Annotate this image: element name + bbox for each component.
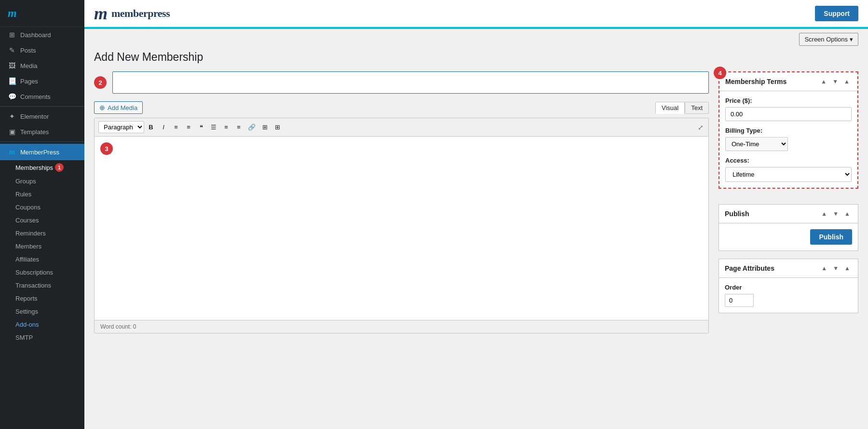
page-attrs-collapse-up-button[interactable]: ▲ — [819, 264, 829, 273]
sidebar-item-posts[interactable]: ✎ Posts — [0, 42, 84, 58]
publish-panel-close-button[interactable]: ▲ — [842, 209, 852, 218]
membership-terms-header: Membership Terms ▲ ▼ ▲ — [719, 72, 857, 91]
tab-visual[interactable]: Visual — [655, 102, 685, 114]
templates-icon: ▣ — [8, 128, 16, 136]
align-left-button[interactable]: ☰ — [208, 122, 219, 133]
editor-layout: 2 ⊕ Add Media Visual Text — [94, 71, 858, 333]
screen-options-button[interactable]: Screen Options ▾ — [799, 33, 858, 46]
chevron-down-icon: ▾ — [850, 36, 853, 43]
page-attributes-body: Order — [719, 278, 858, 313]
media-icon: 🖼 — [8, 62, 16, 69]
sidebar-item-courses[interactable]: Courses — [0, 214, 84, 227]
page-attrs-collapse-down-button[interactable]: ▼ — [831, 264, 841, 273]
page-attrs-close-button[interactable]: ▲ — [842, 264, 852, 273]
blockquote-button[interactable]: ❝ — [195, 122, 207, 133]
format-bar: Paragraph B I ≡ ≡ ❝ ☰ ≡ ≡ 🔗 ⊞ — [95, 118, 708, 137]
sidebar-item-reminders[interactable]: Reminders — [0, 227, 84, 240]
membership-terms-title: Membership Terms — [725, 78, 787, 85]
sidebar-item-affiliates[interactable]: Affiliates — [0, 253, 84, 266]
access-label: Access: — [725, 157, 852, 164]
publish-panel-header: Publish ▲ ▼ ▲ — [719, 205, 858, 223]
publish-collapse-down-button[interactable]: ▼ — [831, 209, 841, 218]
step2-badge: 2 — [94, 76, 107, 89]
support-button[interactable]: Support — [815, 6, 858, 21]
dashboard-icon: ⊞ — [8, 31, 16, 39]
sidebar-item-members[interactable]: Members — [0, 240, 84, 253]
elementor-icon: ✦ — [8, 112, 16, 120]
panel-close-button[interactable]: ▲ — [842, 77, 852, 86]
sidebar-item-elementor[interactable]: ✦ Elementor — [0, 109, 84, 124]
page-attributes-header: Page Attributes ▲ ▼ ▲ — [719, 259, 858, 278]
step3-badge: 3 — [100, 142, 113, 155]
panel-collapse-down-button[interactable]: ▼ — [830, 77, 840, 86]
sidebar-item-comments[interactable]: 💬 Comments — [0, 89, 84, 104]
sidebar-item-subscriptions[interactable]: Subscriptions — [0, 266, 84, 279]
tab-text[interactable]: Text — [685, 102, 709, 114]
visual-text-tabs: Visual Text — [655, 102, 709, 114]
sub-header: Screen Options ▾ — [84, 29, 868, 46]
comments-icon: 💬 — [8, 93, 16, 100]
paragraph-select[interactable]: Paragraph — [98, 121, 144, 133]
sidebar-logo-icon: m — [8, 7, 17, 20]
topbar-logo-text: memberpress — [111, 7, 170, 20]
sidebar-item-smtp[interactable]: SMTP — [0, 331, 84, 344]
sidebar-item-memberships[interactable]: Memberships 1 — [0, 160, 84, 175]
publish-collapse-up-button[interactable]: ▲ — [819, 209, 829, 218]
memberpress-icon: m — [8, 148, 16, 156]
add-media-icon: ⊕ — [99, 104, 105, 111]
sidebar-item-templates[interactable]: ▣ Templates — [0, 124, 84, 139]
sidebar-item-memberpress[interactable]: m MemberPress — [0, 144, 84, 160]
bold-button[interactable]: B — [145, 122, 157, 133]
membership-terms-body: Price ($): Billing Type: One-Time Recurr… — [719, 91, 857, 188]
order-input[interactable] — [725, 294, 754, 307]
order-label: Order — [725, 284, 852, 291]
expand-button[interactable]: ⤢ — [697, 123, 705, 132]
topbar-logo-m: m — [94, 5, 108, 22]
access-select[interactable]: Lifetime Fixed Date Expire After — [725, 167, 852, 182]
link-button[interactable]: 🔗 — [245, 122, 258, 133]
publish-panel-body: Publish — [719, 223, 858, 250]
sidebar-item-transactions[interactable]: Transactions — [0, 279, 84, 292]
sidebar-item-media[interactable]: 🖼 Media — [0, 58, 84, 73]
sidebar-item-rules[interactable]: Rules — [0, 188, 84, 201]
panel-collapse-up-button[interactable]: ▲ — [819, 77, 828, 86]
table-button[interactable]: ⊞ — [259, 122, 271, 133]
pages-icon: 📃 — [8, 77, 16, 85]
unordered-list-button[interactable]: ≡ — [170, 122, 182, 133]
italic-button[interactable]: I — [158, 122, 169, 133]
main-area: m memberpress Support Screen Options ▾ A… — [84, 0, 868, 429]
editor-body[interactable]: 3 — [95, 137, 708, 320]
sidebar-item-coupons[interactable]: Coupons — [0, 201, 84, 214]
editor-main: 2 ⊕ Add Media Visual Text — [94, 71, 709, 333]
sidebar-item-addons[interactable]: Add-ons — [0, 318, 84, 331]
page-attributes-title: Page Attributes — [725, 264, 774, 272]
sidebar-item-groups[interactable]: Groups — [0, 175, 84, 188]
topbar: m memberpress Support — [84, 0, 868, 27]
publish-panel-title: Publish — [725, 210, 749, 218]
billing-type-select[interactable]: One-Time Recurring — [725, 137, 788, 151]
content-area: Screen Options ▾ Add New Membership 2 — [84, 29, 868, 429]
sidebar-item-settings[interactable]: Settings — [0, 305, 84, 318]
page-attributes-panel: Page Attributes ▲ ▼ ▲ Order — [719, 259, 858, 313]
page-attributes-controls: ▲ ▼ ▲ — [819, 264, 852, 273]
page-content: Add New Membership 2 ⊕ Add Media — [84, 46, 868, 343]
ordered-list-button[interactable]: ≡ — [183, 122, 194, 133]
step4-badge: 4 — [714, 67, 726, 79]
publish-panel: Publish ▲ ▼ ▲ Publish — [719, 204, 858, 251]
panel-controls: ▲ ▼ ▲ — [819, 77, 852, 86]
membership-terms-panel: Membership Terms ▲ ▼ ▲ Price ($): — [719, 71, 858, 189]
membership-title-input[interactable] — [112, 71, 709, 94]
align-right-button[interactable]: ≡ — [233, 122, 244, 133]
sidebar-item-pages[interactable]: 📃 Pages — [0, 73, 84, 89]
topbar-logo: m memberpress — [94, 5, 170, 22]
sidebar-item-dashboard[interactable]: ⊞ Dashboard — [0, 27, 84, 42]
align-center-button[interactable]: ≡ — [220, 122, 232, 133]
publish-button[interactable]: Publish — [810, 229, 852, 245]
sidebar-item-reports[interactable]: Reports — [0, 292, 84, 305]
editor-box: Paragraph B I ≡ ≡ ❝ ☰ ≡ ≡ 🔗 ⊞ — [94, 118, 709, 333]
price-input[interactable] — [725, 107, 852, 121]
posts-icon: ✎ — [8, 46, 16, 54]
grid-button[interactable]: ⊞ — [271, 122, 283, 133]
add-media-button[interactable]: ⊕ Add Media — [94, 101, 143, 114]
sidebar-logo: m — [0, 0, 84, 27]
